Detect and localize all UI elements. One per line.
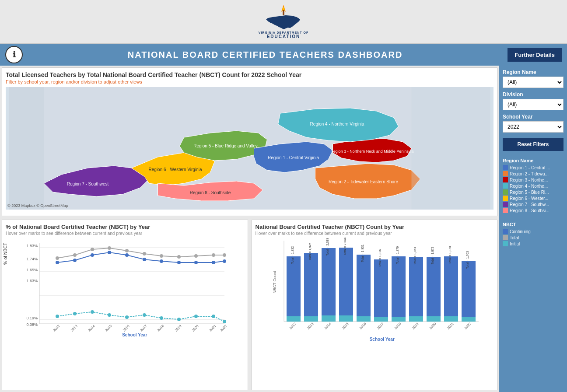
svg-point-45 xyxy=(194,261,198,264)
svg-point-31 xyxy=(143,252,146,256)
svg-text:2017: 2017 xyxy=(140,324,148,332)
svg-point-36 xyxy=(223,253,226,257)
svg-point-41 xyxy=(125,253,129,257)
map-copyright: © 2023 Mapbox © OpenStreetMap xyxy=(7,203,68,208)
main-content: Total Licensed Teachers by Total Nationa… xyxy=(0,66,567,392)
line-chart-x-label: School Year xyxy=(25,332,244,337)
info-icon[interactable]: ℹ xyxy=(5,46,23,63)
legend-item-region7: Region 7 - Southw... xyxy=(503,202,564,207)
svg-text:Total = 1,872: Total = 1,872 xyxy=(431,247,434,264)
svg-text:0.08%: 0.08% xyxy=(26,322,38,327)
bar-2021[interactable]: Total = 1,878 xyxy=(444,246,458,322)
legend-label-region6: Region 6 - Wester... xyxy=(510,196,548,201)
y-axis-label: % of NBCT xyxy=(3,243,8,265)
school-year-select[interactable]: 2022 xyxy=(503,121,564,133)
legend-label-region7: Region 7 - Southw... xyxy=(510,202,549,207)
svg-text:Region 7 - Southwest: Region 7 - Southwest xyxy=(67,182,109,186)
reset-filters-button[interactable]: Reset Filters xyxy=(503,138,564,151)
bar-2012[interactable]: Total = 1,832 xyxy=(287,246,301,322)
bar-2015[interactable]: Total = 2,044 xyxy=(339,238,353,322)
bar-2022[interactable]: Total = 1,763 xyxy=(462,251,476,322)
svg-rect-96 xyxy=(427,257,441,322)
svg-text:Total = 2,044: Total = 2,044 xyxy=(343,238,346,255)
svg-text:Region 8 - Southside: Region 8 - Southside xyxy=(190,190,231,195)
svg-rect-79 xyxy=(322,315,336,322)
bar-2019[interactable]: Total = 1,863 xyxy=(409,247,423,322)
svg-rect-93 xyxy=(409,257,423,322)
svg-text:Total = 1,931: Total = 1,931 xyxy=(361,245,364,262)
further-details-button[interactable]: Further Details xyxy=(508,48,562,62)
legend-color-region8 xyxy=(503,208,508,213)
nbct-legend: NBCT Continuing Total Initial xyxy=(503,222,564,247)
svg-point-44 xyxy=(177,261,181,264)
svg-rect-94 xyxy=(409,316,423,322)
division-filter-label: Division xyxy=(503,91,564,98)
svg-point-32 xyxy=(160,254,163,258)
bar-chart-svg: Total = 1,832 Total = 1,925 Total xyxy=(271,238,481,335)
svg-point-48 xyxy=(56,315,59,318)
svg-point-54 xyxy=(160,316,163,320)
title-bar: ℹ NATIONAL BOARD CERTIFIED TEACHERS DASH… xyxy=(0,44,567,66)
svg-text:Total = 2,039: Total = 2,039 xyxy=(326,238,329,256)
svg-text:Total = 1,879: Total = 1,879 xyxy=(396,246,399,264)
svg-point-33 xyxy=(177,255,181,259)
bar-2020[interactable]: Total = 1,872 xyxy=(427,247,441,322)
legend-item-region5: Region 5 - Blue Ri... xyxy=(503,189,564,195)
bar-2018[interactable]: Total = 1,879 xyxy=(392,246,406,322)
map-title: Total Licensed Teachers by Total Nationa… xyxy=(6,71,494,78)
bar-2017[interactable]: Total = 1,816 xyxy=(374,249,388,322)
svg-text:1.63%: 1.63% xyxy=(26,279,38,283)
legend-label-continuing: Continuing xyxy=(510,229,531,234)
svg-rect-73 xyxy=(287,316,301,322)
svg-point-57 xyxy=(212,315,215,318)
region-filter-label: Region Name xyxy=(503,69,564,75)
svg-point-37 xyxy=(56,261,59,264)
region-select[interactable]: (All) xyxy=(503,77,564,88)
svg-rect-87 xyxy=(374,259,388,322)
svg-rect-103 xyxy=(462,317,476,322)
logo-svg: VIRGINIA DEPARTMENT OF EDUCATION xyxy=(257,4,310,39)
legend-label-region3: Region 3 - Northe... xyxy=(510,178,548,182)
svg-point-35 xyxy=(212,253,215,257)
division-select[interactable]: (All) xyxy=(503,99,564,110)
svg-text:2016: 2016 xyxy=(358,322,367,330)
region-legend: Region Name Region 1 - Central ... Regio… xyxy=(503,158,564,214)
svg-point-56 xyxy=(194,315,198,318)
svg-text:Total = 1,832: Total = 1,832 xyxy=(291,246,294,264)
svg-text:Total = 1,863: Total = 1,863 xyxy=(413,247,416,265)
legend-item-initial: Initial xyxy=(503,241,564,246)
svg-text:2014: 2014 xyxy=(88,324,96,332)
svg-text:2016: 2016 xyxy=(122,324,130,332)
svg-text:1.65%: 1.65% xyxy=(26,268,38,272)
svg-point-55 xyxy=(177,318,181,321)
legend-label-region5: Region 5 - Blue Ri... xyxy=(510,190,549,195)
legend-color-region4 xyxy=(503,183,508,189)
legend-color-region2 xyxy=(503,171,508,176)
svg-text:2020: 2020 xyxy=(428,322,437,330)
bar-2013[interactable]: Total = 1,925 xyxy=(304,243,318,322)
svg-text:1.83%: 1.83% xyxy=(26,244,38,248)
svg-text:2021: 2021 xyxy=(209,324,217,332)
bar-2016[interactable]: Total = 1,931 xyxy=(357,245,371,322)
svg-point-26 xyxy=(56,256,59,260)
svg-point-51 xyxy=(108,313,111,317)
map-area[interactable]: Region 7 - Southwest Region 6 - Western … xyxy=(6,87,494,210)
page-title: NATIONAL BOARD CERTIFIED TEACHERS DASHBO… xyxy=(23,50,508,60)
svg-text:2022: 2022 xyxy=(463,322,472,330)
bar-chart-x-label: School Year xyxy=(271,337,494,342)
map-subtitle: Filter by school year, region and/or div… xyxy=(6,79,494,84)
division-filter: Division (All) xyxy=(503,91,564,110)
svg-text:2020: 2020 xyxy=(191,324,200,332)
bar-2014[interactable]: Total = 2,039 xyxy=(322,238,336,322)
legend-color-total xyxy=(503,235,508,240)
svg-point-30 xyxy=(125,249,129,252)
svg-rect-99 xyxy=(444,256,458,322)
svg-point-34 xyxy=(194,254,198,258)
legend-color-region3 xyxy=(503,177,508,182)
svg-rect-97 xyxy=(427,316,441,322)
svg-text:2013: 2013 xyxy=(70,324,78,332)
svg-rect-100 xyxy=(444,316,458,322)
svg-rect-72 xyxy=(287,256,301,322)
svg-rect-78 xyxy=(322,248,336,322)
line-chart-wrapper: % of NBCT 1.83% 1.74% 1.65% 1.63% 0.19% … xyxy=(6,238,244,350)
